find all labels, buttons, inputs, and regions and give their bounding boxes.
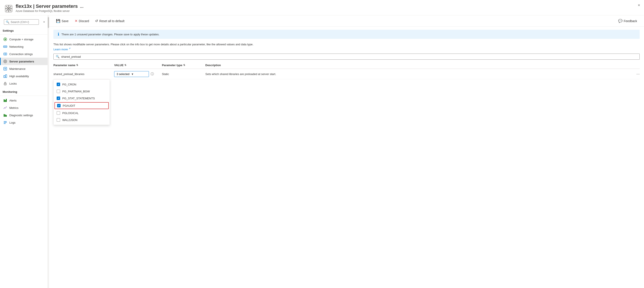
filter-input-wrap[interactable]: 🔍: [54, 53, 640, 60]
close-button[interactable]: ×: [638, 3, 640, 7]
value-dropdown-button[interactable]: 3 selected ▼: [114, 71, 149, 77]
dropdown-list: PG_CRON PG_PARTMAN_BGW PG_STAT_STATEMENT…: [54, 79, 110, 125]
dropdown-item-label-pg-stat-statements: PG_STAT_STATEMENTS: [62, 97, 95, 100]
svg-point-16: [6, 46, 6, 47]
sidebar-item-server-parameters[interactable]: Server parameters: [0, 58, 48, 65]
filter-input[interactable]: [61, 55, 637, 58]
svg-rect-29: [5, 114, 6, 117]
sidebar-item-label-compute-storage: Compute + storage: [9, 38, 34, 41]
sidebar-item-connection-strings[interactable]: Connection strings: [0, 50, 48, 58]
dropdown-item-pglogical[interactable]: PGLOGICAL: [54, 109, 110, 116]
sidebar-item-metrics[interactable]: Metrics: [0, 104, 48, 111]
sidebar-item-high-availability[interactable]: High availability: [0, 72, 48, 80]
svg-point-2: [8, 8, 9, 9]
cell-param-name: shared_preload_libraries: [54, 72, 114, 76]
sidebar-search-box[interactable]: 🔍: [4, 19, 39, 25]
checkbox-pgaudit[interactable]: [57, 104, 60, 107]
dropdown-item-pgaudit[interactable]: PGAUDIT: [54, 102, 109, 109]
feedback-icon: 💬: [618, 19, 622, 23]
row-ellipsis-menu[interactable]: ···: [631, 72, 640, 76]
table-container: Parameter name ⇅ VALUE ⇅ Parameter type …: [49, 62, 644, 288]
column-header-description: Description: [205, 63, 631, 67]
sidebar-item-label-connection-strings: Connection strings: [9, 52, 33, 56]
checkbox-pg-stat-statements[interactable]: [57, 96, 60, 100]
discard-button[interactable]: ✕ Discard: [72, 17, 92, 24]
dropdown-info-icon[interactable]: ⓘ: [151, 72, 154, 76]
reset-button[interactable]: ↺ Reset all to default: [92, 17, 127, 24]
dropdown-item-wal2json[interactable]: WAL2JSON: [54, 116, 110, 123]
info-banner-text: There are 1 unsaved parameter changes. P…: [62, 33, 160, 36]
header-title-text: flex13x | Server parameters: [16, 3, 78, 9]
dropdown-item-label-pglogical: PGLOGICAL: [62, 111, 78, 115]
sidebar-item-locks[interactable]: Locks: [0, 80, 48, 87]
sidebar-item-label-locks: Locks: [9, 82, 17, 85]
sidebar-search-input[interactable]: [11, 20, 37, 24]
sort-icon-value[interactable]: ⇅: [124, 64, 126, 67]
sidebar-item-maintenance[interactable]: Maintenance: [0, 65, 48, 72]
learn-more-text: Learn more: [54, 48, 68, 51]
sidebar-item-diagnostic-settings[interactable]: Diagnostic settings: [0, 111, 48, 119]
metrics-icon: [3, 106, 7, 110]
dropdown-chevron-icon: ▼: [131, 73, 134, 76]
maintenance-icon: [3, 67, 7, 71]
svg-rect-32: [4, 122, 7, 123]
collapse-sidebar-button[interactable]: «: [42, 20, 46, 23]
sidebar-item-alerts[interactable]: Alerts: [0, 97, 48, 104]
logs-icon: [3, 121, 7, 124]
sidebar-scroll-thumb: [48, 17, 49, 28]
column-header-param-type: Parameter type ⇅: [162, 63, 205, 67]
save-button[interactable]: 💾 Save: [54, 17, 71, 24]
svg-rect-26: [5, 100, 6, 102]
column-header-value: VALUE ⇅: [114, 63, 162, 67]
dropdown-item-pg-stat-statements[interactable]: PG_STAT_STATEMENTS: [54, 95, 110, 102]
param-name-value: shared_preload_libraries: [54, 72, 84, 76]
info-icon: ℹ: [58, 32, 59, 37]
sidebar-item-networking[interactable]: Networking: [0, 43, 48, 50]
svg-rect-28: [4, 114, 4, 117]
sidebar-item-label-maintenance: Maintenance: [9, 67, 26, 70]
header-ellipsis-menu[interactable]: ...: [80, 4, 84, 9]
svg-point-12: [4, 39, 6, 40]
sidebar-scrollbar[interactable]: [48, 15, 49, 288]
discard-label: Discard: [79, 19, 89, 23]
table-row: shared_preload_libraries 3 selected ▼ ⓘ: [54, 69, 640, 79]
server-params-header-icon: [4, 4, 13, 13]
cell-description: Sets which shared libraries are preloade…: [205, 72, 631, 76]
high-availability-icon: [3, 74, 7, 78]
header-title-block: flex13x | Server parameters ... Azure Da…: [16, 3, 640, 12]
main-layout: 🔍 « Settings Compute + storage Networkin…: [0, 15, 644, 288]
sort-icon-param-name[interactable]: ⇅: [76, 64, 78, 67]
discard-icon: ✕: [75, 19, 78, 23]
svg-point-24: [5, 84, 6, 85]
sidebar-item-label-server-parameters: Server parameters: [9, 60, 34, 63]
learn-more-link[interactable]: Learn more ↗: [54, 48, 70, 51]
sidebar-item-compute-storage[interactable]: Compute + storage: [0, 35, 48, 43]
svg-rect-30: [6, 115, 7, 117]
dropdown-item-pg-cron[interactable]: PG_CRON: [54, 81, 110, 88]
svg-point-19: [4, 61, 6, 62]
dropdown-item-pg-partman-bgw[interactable]: PG_PARTMAN_BGW: [54, 88, 110, 95]
svg-point-15: [5, 46, 6, 47]
checkbox-pg-partman-bgw[interactable]: [57, 90, 60, 93]
checkbox-pg-cron[interactable]: [57, 83, 60, 86]
svg-rect-31: [4, 121, 7, 122]
search-icon: 🔍: [6, 20, 9, 24]
sidebar-item-label-high-availability: High availability: [9, 75, 29, 78]
param-type-value: Static: [162, 72, 169, 76]
monitoring-divider: [0, 96, 48, 96]
sidebar-item-logs[interactable]: Logs: [0, 119, 48, 126]
svg-point-18: [4, 60, 7, 63]
checkbox-wal2json[interactable]: [57, 118, 60, 122]
filter-search-icon: 🔍: [56, 55, 60, 58]
checkbox-pglogical[interactable]: [57, 111, 60, 115]
settings-divider: [0, 34, 48, 35]
feedback-button[interactable]: 💬 Feedback: [616, 17, 640, 24]
content-area: 💾 Save ✕ Discard ↺ Reset all to default …: [49, 15, 644, 288]
connection-strings-icon: [3, 52, 7, 56]
info-banner: ℹ There are 1 unsaved parameter changes.…: [54, 30, 640, 39]
sort-icon-param-type[interactable]: ⇅: [183, 64, 185, 67]
sidebar: 🔍 « Settings Compute + storage Networkin…: [0, 15, 48, 288]
reset-icon: ↺: [95, 19, 98, 23]
table-header: Parameter name ⇅ VALUE ⇅ Parameter type …: [54, 62, 640, 69]
sidebar-item-label-metrics: Metrics: [9, 106, 18, 109]
